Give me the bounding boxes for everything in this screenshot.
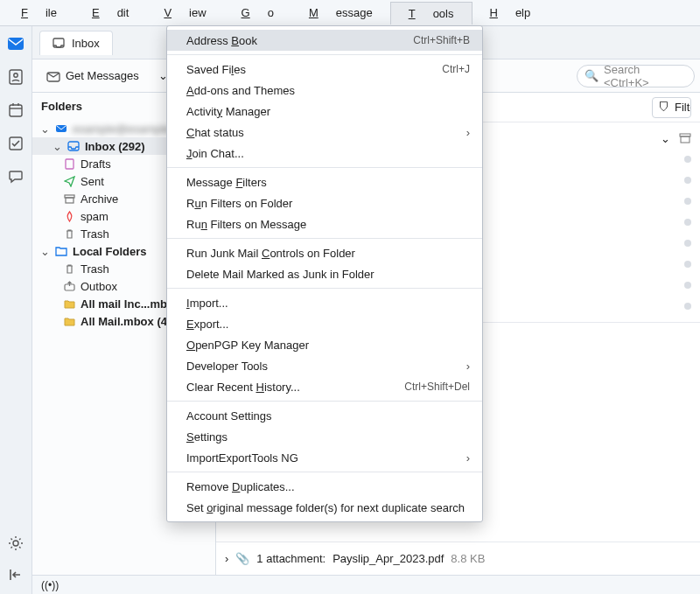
unread-dot — [684, 282, 691, 289]
mi-import[interactable]: Import... — [167, 292, 482, 313]
tools-menu: Address BookCtrl+Shift+B Saved FilesCtrl… — [166, 25, 483, 522]
tasks-icon[interactable] — [7, 135, 24, 152]
folder-label: Inbox (292) — [85, 140, 145, 153]
menu-help[interactable]: Help — [472, 2, 549, 24]
chevron-right-icon: › — [466, 360, 470, 373]
mi-activity-manager[interactable]: Activity Manager — [167, 101, 482, 122]
separator — [167, 54, 482, 55]
mi-remove-duplicates[interactable]: Remove Duplicates... — [167, 476, 482, 497]
svg-rect-3 — [10, 105, 22, 116]
filter-icon: ⛉ — [658, 101, 669, 114]
online-icon[interactable]: ((•)) — [41, 579, 59, 591]
separator — [167, 167, 482, 168]
chevron-right-icon: › — [466, 126, 470, 139]
collapse-icon[interactable] — [7, 566, 24, 584]
svg-rect-14 — [66, 159, 74, 169]
folder-label: spam — [80, 210, 108, 223]
mi-dev-tools[interactable]: Developer Tools› — [167, 355, 482, 376]
separator — [167, 401, 482, 402]
sent-icon — [64, 176, 75, 187]
status-bar: ((•)) — [32, 575, 700, 594]
outbox-icon — [64, 281, 75, 292]
chevron-down-icon[interactable]: ⌄ — [661, 132, 670, 145]
folder-label: Sent — [80, 175, 104, 188]
twisty-down-icon: ⌄ — [39, 245, 50, 258]
mi-addons[interactable]: Add-ons and Themes — [167, 80, 482, 101]
separator — [167, 472, 482, 472]
mi-settings[interactable]: Settings — [167, 426, 482, 447]
filter-placeholder: Filte — [675, 101, 691, 114]
folder-icon — [64, 316, 75, 327]
attachment-bar[interactable]: › 📎 1 attachment: Payslip_Apr_2023.pdf 8… — [216, 542, 700, 575]
unread-dot — [684, 198, 691, 205]
unread-dot — [684, 303, 691, 310]
mi-join-chat: Join Chat... — [167, 143, 482, 164]
search-icon: 🔍 — [584, 69, 598, 82]
folder-icon — [55, 245, 67, 257]
mi-run-junk[interactable]: Run Junk Mail Controls on Folder — [167, 242, 482, 263]
mi-run-filters-folder[interactable]: Run Filters on Folder — [167, 192, 482, 213]
menu-tools[interactable]: Tools — [390, 2, 472, 24]
mi-chat-status: Chat status› — [167, 122, 482, 143]
mi-clear-history[interactable]: Clear Recent History...Ctrl+Shift+Del — [167, 376, 482, 397]
get-messages-button[interactable]: Get Messages — [39, 66, 146, 87]
mi-openpgp[interactable]: OpenPGP Key Manager — [167, 334, 482, 355]
mi-run-filters-message[interactable]: Run Filters on Message — [167, 213, 482, 234]
trash-icon — [64, 228, 75, 240]
menu-view[interactable]: View — [146, 2, 223, 24]
mi-address-book[interactable]: Address BookCtrl+Shift+B — [167, 30, 482, 51]
tab-label: Inbox — [72, 37, 100, 50]
chevron-right-icon: › — [466, 451, 470, 465]
calendar-icon[interactable] — [7, 101, 24, 119]
tab-inbox[interactable]: Inbox — [39, 31, 113, 55]
folder-icon — [64, 298, 75, 310]
trash-icon — [64, 263, 75, 275]
get-messages-label: Get Messages — [66, 69, 139, 82]
chevron-right-icon: › — [225, 552, 228, 565]
mi-delete-junk[interactable]: Delete Mail Marked as Junk in Folder — [167, 263, 482, 284]
folder-label: All mail Inc...mbo — [80, 297, 174, 311]
chat-icon[interactable] — [7, 168, 24, 185]
inbox-icon — [67, 140, 80, 152]
menu-file[interactable]: File — [4, 2, 74, 24]
download-icon — [46, 69, 60, 83]
unread-dot — [684, 177, 691, 184]
svg-rect-0 — [8, 38, 24, 50]
svg-point-2 — [14, 73, 18, 77]
separator — [167, 288, 482, 289]
spam-icon — [64, 211, 75, 222]
unread-dot — [684, 261, 691, 268]
menubar: File Edit View Go Message Tools Help — [0, 0, 700, 26]
filter-input[interactable]: ⛉ Filte — [652, 97, 691, 118]
mi-export[interactable]: Export... — [167, 313, 482, 334]
attachment-size: 8.8 KB — [451, 552, 485, 565]
spaces-rail — [0, 26, 32, 594]
menu-message[interactable]: Message — [291, 2, 390, 24]
folder-label: Archive — [80, 192, 118, 206]
folder-icon — [52, 37, 65, 49]
settings-icon[interactable] — [7, 535, 24, 552]
mi-import-export-tools[interactable]: ImportExportTools NG› — [167, 447, 482, 468]
separator — [167, 238, 482, 239]
global-search[interactable]: 🔍 Search <Ctrl+K> — [577, 65, 695, 87]
mi-saved-files[interactable]: Saved FilesCtrl+J — [167, 59, 482, 80]
attachment-count: 1 attachment: — [256, 552, 326, 565]
archive-small-icon[interactable] — [679, 132, 691, 144]
unread-dot — [684, 219, 691, 226]
twisty-down-icon: ⌄ — [39, 122, 50, 136]
mi-account-settings[interactable]: Account Settings — [167, 405, 482, 426]
mail-icon[interactable] — [7, 35, 24, 52]
archive-icon — [64, 193, 75, 205]
svg-rect-19 — [681, 136, 690, 143]
svg-point-8 — [13, 541, 18, 546]
menu-go[interactable]: Go — [224, 2, 291, 24]
unread-dot — [684, 156, 691, 163]
folder-label: Local Folders — [73, 245, 147, 258]
menu-edit[interactable]: Edit — [74, 2, 146, 24]
folder-label: Outbox — [80, 280, 117, 293]
mi-message-filters[interactable]: Message Filters — [167, 171, 482, 192]
folder-label: Drafts — [80, 157, 111, 171]
folder-label: Trash — [80, 227, 109, 241]
mi-set-original-folders[interactable]: Set original message folder(s) for next … — [167, 497, 482, 518]
address-book-icon[interactable] — [7, 68, 24, 86]
